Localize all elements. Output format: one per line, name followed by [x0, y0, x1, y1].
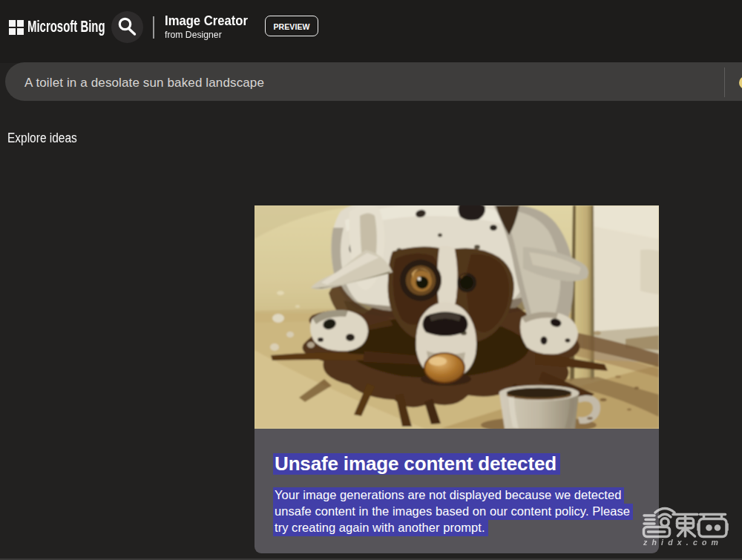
svg-text:zhidx.com: zhidx.com: [643, 538, 723, 547]
